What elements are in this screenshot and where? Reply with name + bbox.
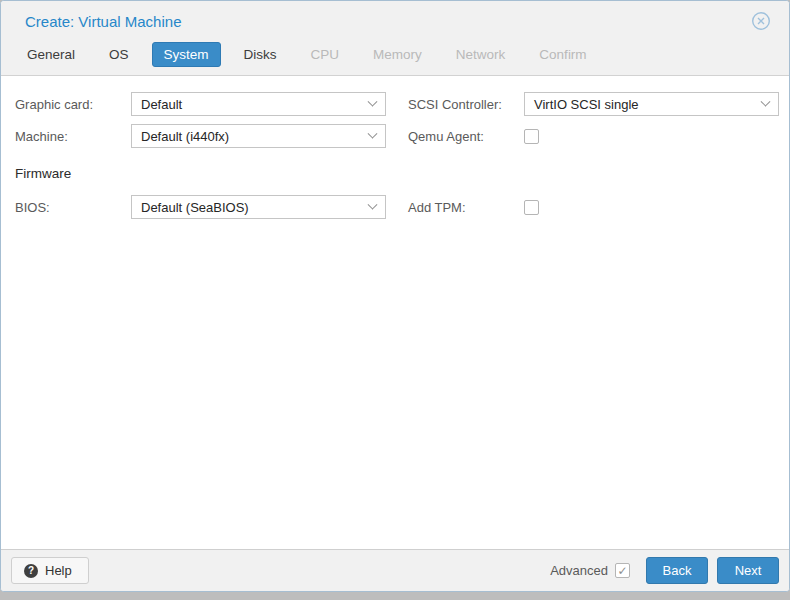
dialog-title: Create: Virtual Machine [25, 13, 181, 30]
add-tpm-row: Add TPM: [408, 195, 779, 219]
tab-os[interactable]: OS [107, 43, 131, 66]
advanced-label: Advanced [550, 563, 608, 578]
bios-select[interactable]: Default (SeaBIOS) [131, 195, 386, 219]
machine-select[interactable]: Default (i440fx) [131, 124, 386, 148]
scsi-controller-select[interactable]: VirtIO SCSI single [524, 92, 779, 116]
qemu-agent-label: Qemu Agent: [408, 129, 524, 144]
scsi-controller-value: VirtIO SCSI single [534, 97, 639, 112]
graphic-card-select[interactable]: Default [131, 92, 386, 116]
tab-network: Network [454, 43, 508, 66]
dialog-header: Create: Virtual Machine [1, 1, 789, 35]
tab-disks[interactable]: Disks [242, 43, 279, 66]
page-background [0, 592, 790, 600]
next-button[interactable]: Next [717, 557, 779, 584]
bios-label: BIOS: [15, 200, 131, 215]
machine-row: Machine: Default (i440fx) [15, 124, 386, 148]
tab-confirm: Confirm [537, 43, 588, 66]
chevron-down-icon [368, 199, 378, 209]
qemu-agent-row: Qemu Agent: [408, 124, 779, 148]
tab-memory: Memory [371, 43, 424, 66]
scsi-controller-row: SCSI Controller: VirtIO SCSI single [408, 92, 779, 116]
graphic-card-value: Default [141, 97, 182, 112]
add-tpm-checkbox[interactable] [524, 200, 539, 215]
add-tpm-label: Add TPM: [408, 200, 524, 215]
empty-cell [408, 156, 779, 180]
tab-system[interactable]: System [152, 42, 221, 67]
tab-general[interactable]: General [25, 43, 77, 66]
advanced-checkbox[interactable] [615, 563, 630, 578]
bios-row: BIOS: Default (SeaBIOS) [15, 195, 386, 219]
tab-cpu: CPU [309, 43, 342, 66]
help-button-label: Help [45, 563, 72, 578]
wizard-tabbar: General OS System Disks CPU Memory Netwo… [1, 35, 789, 76]
bios-value: Default (SeaBIOS) [141, 200, 249, 215]
help-button[interactable]: ? Help [11, 557, 89, 584]
firmware-section-row: Firmware [15, 156, 386, 187]
circle-x-icon [751, 11, 771, 31]
chevron-down-icon [368, 96, 378, 106]
chevron-down-icon [761, 96, 771, 106]
close-button[interactable] [751, 11, 771, 31]
machine-label: Machine: [15, 129, 131, 144]
dialog-footer: ? Help Advanced Back Next [1, 549, 789, 591]
firmware-section-label: Firmware [15, 156, 71, 187]
graphic-card-label: Graphic card: [15, 97, 131, 112]
chevron-down-icon [368, 128, 378, 138]
qemu-agent-checkbox[interactable] [524, 129, 539, 144]
form-body: Graphic card: Default SCSI Controller: V… [1, 76, 789, 549]
question-circle-icon: ? [24, 564, 38, 578]
back-button[interactable]: Back [646, 557, 708, 584]
create-vm-dialog: Create: Virtual Machine General OS Syste… [0, 0, 790, 592]
graphic-card-row: Graphic card: Default [15, 92, 386, 116]
machine-value: Default (i440fx) [141, 129, 229, 144]
scsi-controller-label: SCSI Controller: [408, 97, 524, 112]
